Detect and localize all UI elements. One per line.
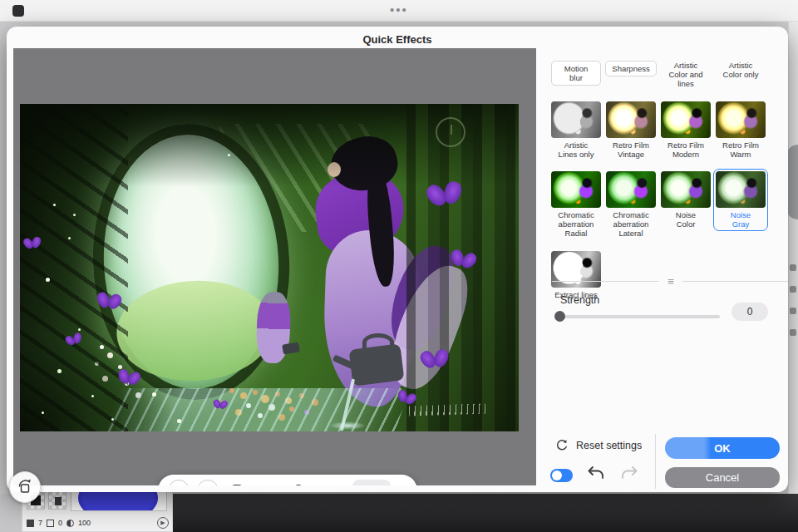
layer-count: 0	[58, 519, 62, 527]
dialog-title: Quick Effects	[7, 33, 788, 46]
zoom-toolbar: − + 42.4	[158, 475, 417, 485]
undo-button[interactable]	[587, 466, 605, 484]
layer-type-icon	[47, 520, 54, 527]
zoom-in-button[interactable]: +	[197, 480, 219, 485]
effect-retro-film-modern[interactable]: Retro Film Modern	[658, 99, 713, 161]
corner-shade	[20, 332, 178, 431]
quick-effects-dialog: Quick Effects	[7, 27, 788, 492]
effect-thumbnail	[661, 101, 711, 138]
zoom-slider[interactable]	[255, 485, 345, 485]
strength-value: 0	[732, 303, 768, 321]
reset-icon	[555, 439, 569, 452]
panel-divider: ≡	[552, 276, 788, 287]
zoom-value: 42.4	[352, 480, 391, 485]
artwork-preview	[20, 104, 519, 431]
firefly-sparkles	[53, 204, 56, 206]
rotate-canvas-icon	[16, 478, 34, 496]
effect-motion-blur[interactable]: Motion blur	[549, 58, 603, 88]
strength-slider-thumb[interactable]	[554, 311, 565, 322]
effect-thumbnail	[716, 171, 766, 208]
effect-preview-area[interactable]: − + 42.4	[13, 48, 536, 485]
blend-mode-icon	[27, 520, 34, 527]
zoom-out-button[interactable]: −	[168, 480, 190, 485]
undo-icon	[587, 466, 605, 480]
effect-thumbnail	[716, 101, 766, 138]
effect-sharpness[interactable]: Sharpness	[603, 58, 658, 79]
layer-thumbnail[interactable]	[48, 491, 66, 510]
butterfly	[96, 292, 121, 313]
strength-slider-track[interactable]	[555, 315, 720, 318]
reset-settings-label: Reset settings	[576, 440, 642, 451]
panel-icon	[790, 264, 796, 271]
window-handle-icon[interactable]: •••	[0, 2, 798, 17]
effect-thumbnail	[606, 101, 656, 138]
fit-icon	[231, 485, 243, 485]
right-toolbar-edge	[788, 22, 798, 494]
redo-icon	[620, 466, 638, 480]
fit-to-screen-button[interactable]	[226, 480, 248, 485]
zoom-slider-thumb[interactable]	[293, 485, 304, 485]
reflected-watering-can	[282, 342, 300, 354]
drag-handle-icon[interactable]: ≡	[667, 276, 674, 287]
effect-thumbnail	[551, 101, 601, 138]
effect-retro-film-warm[interactable]: Retro Film Warm	[713, 99, 768, 161]
effect-artistic-color-lines[interactable]: Artistic Color and lines	[658, 58, 713, 91]
color-wheel-edge	[786, 145, 798, 219]
effect-noise-color[interactable]: Noise Color	[658, 169, 713, 231]
footer-divider	[655, 434, 656, 489]
layer-count: 7	[38, 519, 42, 527]
effect-noise-gray[interactable]: Noise Gray	[713, 169, 768, 231]
layers-panel[interactable]: 7 0 100 ▶	[22, 487, 173, 532]
system-topbar: •••	[0, 0, 798, 22]
effect-thumbnail	[661, 171, 711, 208]
effect-artistic-lines-only[interactable]: Artistic Lines only	[549, 99, 603, 161]
butterfly	[421, 348, 449, 371]
butterfly	[23, 236, 41, 251]
effect-thumbnail	[551, 171, 601, 208]
ok-button[interactable]: OK	[665, 437, 780, 459]
preview-toggle[interactable]	[550, 469, 573, 482]
layer-info-row: 7 0 100 ▶	[27, 515, 169, 530]
effect-artistic-color-only[interactable]: Artistic Color only	[721, 58, 761, 81]
strength-slider[interactable]	[555, 309, 720, 323]
toggle-knob	[552, 470, 562, 480]
effects-grid: Motion blur Sharpness Artistic Color and…	[549, 58, 786, 302]
panel-icon	[790, 308, 796, 314]
screen: ••• 7 0 100 ▶ Quick Effects	[0, 0, 798, 532]
reset-canvas-rotation-button[interactable]	[9, 471, 41, 503]
effect-chromatic-aberration-lateral[interactable]: Chromatic aberration Lateral	[603, 169, 658, 241]
opacity-icon	[66, 520, 74, 527]
panel-icon	[790, 329, 796, 336]
panel-icon	[790, 286, 796, 293]
redo-button[interactable]	[620, 466, 638, 484]
effect-thumbnail	[606, 171, 656, 208]
strength-label: Strength	[560, 294, 599, 306]
effect-retro-film-vintage[interactable]: Retro Film Vintage	[603, 99, 658, 161]
clock-motif	[436, 117, 466, 147]
cancel-button[interactable]: Cancel	[665, 467, 780, 488]
timelapse-icon[interactable]: ▶	[157, 517, 169, 529]
layer-opacity-value: 100	[78, 519, 91, 527]
effect-chromatic-aberration-radial[interactable]: Chromatic aberration Radial	[549, 169, 603, 241]
butterfly	[214, 399, 228, 411]
reset-settings-button[interactable]: Reset settings	[555, 439, 642, 452]
